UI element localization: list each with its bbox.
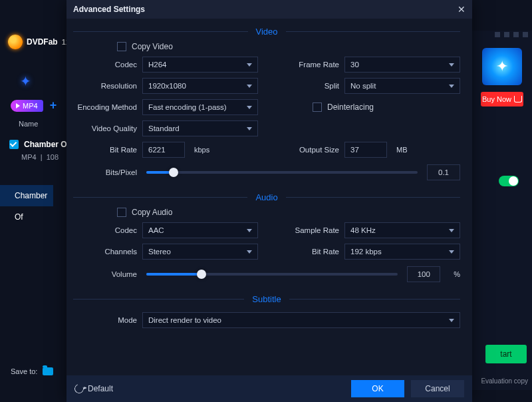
selected-row[interactable]: Chamber Of — [0, 185, 53, 206]
section-video: Video — [73, 27, 460, 37]
section-subtitle: Subtitle — [73, 294, 460, 304]
bpp-readout: 0.1 — [427, 164, 460, 180]
file-subtitle: MP4 | 108 — [21, 153, 59, 161]
file-title: Chamber O — [24, 140, 67, 149]
start-label: tart — [500, 349, 511, 359]
bpp-label: Bits/Pixel — [73, 168, 137, 176]
framerate-select[interactable]: 30 — [344, 57, 460, 73]
default-button[interactable]: Default — [74, 384, 113, 393]
deinterlacing-checkbox[interactable] — [313, 102, 322, 112]
section-video-label: Video — [256, 27, 278, 37]
buy-now-button[interactable]: Buy Now — [481, 92, 523, 106]
chevron-down-icon — [449, 229, 454, 232]
chevron-down-icon — [247, 106, 252, 109]
start-button[interactable]: tart — [485, 345, 527, 363]
quality-select[interactable]: Standard — [142, 120, 258, 136]
chevron-down-icon — [449, 85, 454, 88]
subtitle-mode-select[interactable]: Direct render to video — [142, 312, 460, 328]
section-subtitle-label: Subtitle — [252, 294, 281, 304]
encoding-label: Encoding Method — [73, 103, 137, 111]
window-controls[interactable] — [472, 31, 532, 41]
volume-label: Volume — [73, 270, 137, 278]
section-audio-label: Audio — [255, 192, 277, 202]
chevron-down-icon — [449, 250, 454, 254]
sparkle-icon: ✦ — [20, 73, 31, 89]
audio-codec-value: AAC — [148, 226, 164, 234]
close-icon[interactable]: ✕ — [458, 4, 466, 15]
advanced-settings-modal: Advanced Settings ✕ Video Copy Video Cod… — [66, 0, 472, 402]
encoding-select[interactable]: Fast encoding (1-pass) — [142, 99, 258, 115]
audio-bitrate-value: 192 kbps — [350, 248, 382, 256]
ok-button[interactable]: OK — [351, 380, 404, 397]
resolution-select[interactable]: 1920x1080 — [142, 78, 258, 94]
add-icon[interactable]: + — [50, 99, 57, 112]
codec-label: Codec — [73, 61, 137, 69]
volume-readout: 100 — [407, 266, 440, 282]
modal-title: Advanced Settings — [73, 5, 145, 14]
modal-header: Advanced Settings ✕ — [66, 0, 472, 19]
quality-label: Video Quality — [73, 124, 137, 132]
right-panel: Buy Now tart Evaluation copy — [472, 31, 532, 390]
resolution-label: Resolution — [73, 82, 137, 90]
play-icon — [16, 103, 20, 108]
file-res: 108 — [47, 153, 59, 161]
output-label: Output Size — [275, 146, 339, 154]
chevron-down-icon — [247, 63, 252, 67]
audio-bitrate-select[interactable]: 192 kbps — [344, 244, 460, 260]
slider-thumb[interactable] — [197, 270, 206, 279]
subtitle-mode-value: Direct render to video — [148, 316, 221, 324]
split-select[interactable]: No split — [344, 78, 460, 94]
section-audio: Audio — [73, 192, 460, 202]
video-codec-select[interactable]: H264 — [142, 57, 258, 73]
brand-logo-icon — [8, 35, 23, 49]
audio-codec-select[interactable]: AAC — [142, 222, 258, 238]
sample-rate-select[interactable]: 48 KHz — [344, 222, 460, 238]
format-label: MP4 — [23, 102, 38, 110]
chevron-down-icon — [247, 250, 252, 254]
buy-now-label: Buy Now — [482, 95, 511, 103]
sample-rate-label: Sample Rate — [275, 226, 339, 234]
deinterlacing-label: Deinterlacing — [327, 102, 374, 112]
promo-image — [482, 48, 522, 85]
copy-video-checkbox[interactable] — [117, 42, 126, 51]
output-size-input[interactable] — [344, 142, 387, 158]
file-row[interactable]: Chamber O — [9, 140, 67, 149]
bitrate-label: Bit Rate — [73, 146, 137, 154]
bitrate-input[interactable] — [142, 142, 185, 158]
file-format: MP4 — [21, 153, 37, 161]
resolution-value: 1920x1080 — [148, 82, 186, 90]
channels-label: Channels — [73, 248, 137, 256]
framerate-value: 30 — [350, 61, 359, 69]
modal-footer: Default OK Cancel — [66, 375, 472, 402]
volume-slider[interactable] — [146, 273, 398, 276]
channels-select[interactable]: Stereo — [142, 244, 258, 260]
split-value: No split — [350, 82, 376, 90]
chevron-down-icon — [247, 85, 252, 88]
chevron-down-icon — [449, 319, 454, 322]
volume-unit: % — [450, 270, 460, 278]
slider-thumb[interactable] — [169, 168, 178, 177]
copy-audio-label: Copy Audio — [132, 208, 172, 217]
channels-value: Stereo — [148, 248, 171, 256]
split-label: Split — [275, 82, 339, 90]
cancel-label: Cancel — [425, 384, 450, 393]
copy-video-label: Copy Video — [132, 42, 173, 51]
encoding-value: Fast encoding (1-pass) — [148, 103, 227, 111]
save-to-label: Save to: — [11, 367, 37, 375]
chevron-down-icon — [247, 127, 252, 130]
folder-icon[interactable] — [43, 367, 53, 375]
enable-toggle[interactable] — [499, 176, 519, 186]
column-header-name: Name — [19, 120, 38, 128]
audio-bitrate-label: Bit Rate — [275, 248, 339, 256]
chevron-down-icon — [449, 63, 454, 67]
save-to[interactable]: Save to: — [11, 367, 53, 375]
sample-rate-value: 48 KHz — [350, 226, 376, 234]
reset-icon — [73, 383, 86, 395]
checkbox-icon[interactable] — [9, 140, 19, 149]
bitrate-unit: kbps — [190, 146, 209, 154]
cancel-button[interactable]: Cancel — [411, 380, 464, 397]
bpp-slider[interactable] — [146, 171, 418, 174]
copy-audio-checkbox[interactable] — [117, 208, 126, 217]
evaluation-label: Evaluation copy — [481, 377, 528, 385]
format-selector[interactable]: MP4 + — [11, 99, 57, 112]
